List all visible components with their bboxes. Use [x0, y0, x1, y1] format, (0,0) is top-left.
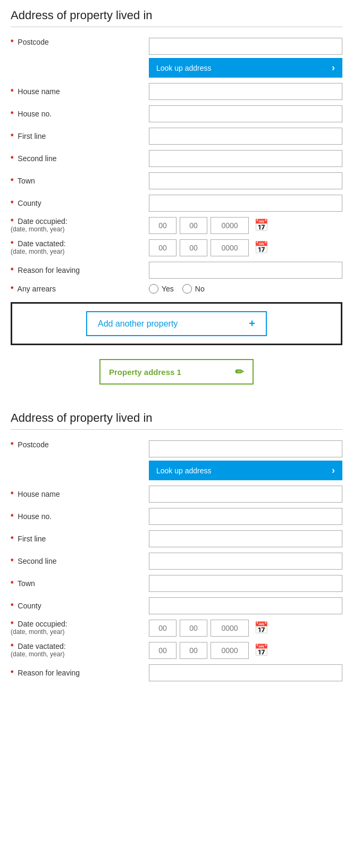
- date-vacated-label: * Date vactated:: [11, 239, 66, 248]
- reason-leaving-input-col: [149, 262, 342, 279]
- s2-county-label: * County: [11, 602, 41, 610]
- s2-county-label-col: * County: [11, 602, 149, 610]
- date-vacated-mm[interactable]: [180, 239, 207, 256]
- town-row: * Town: [11, 172, 342, 189]
- property-badge-label: Property address 1: [109, 368, 181, 377]
- s2-date-occupied-sublabel: (date, month, year): [11, 628, 144, 636]
- house-name-label: * House name: [11, 87, 60, 96]
- s2-house-no-row: * House no.: [11, 508, 342, 525]
- town-label: * Town: [11, 177, 35, 185]
- arrears-label-col: * Any arrears: [11, 285, 149, 293]
- first-line-label: * First line: [11, 132, 46, 140]
- s2-house-name-input[interactable]: [149, 486, 342, 503]
- s2-date-vacated-dd[interactable]: [149, 642, 176, 659]
- arrears-no-radio[interactable]: [182, 284, 192, 294]
- s2-second-line-input[interactable]: [149, 553, 342, 570]
- town-input[interactable]: [149, 172, 342, 189]
- s2-first-line-row: * First line: [11, 530, 342, 547]
- postcode-label-col: * Postcode: [11, 38, 149, 46]
- s2-date-occupied-mm[interactable]: [180, 620, 207, 637]
- date-vacated-yyyy[interactable]: [211, 239, 249, 256]
- s2-date-occupied-dd[interactable]: [149, 620, 176, 637]
- add-property-wrapper: Add another property +: [11, 302, 342, 345]
- house-name-row: * House name: [11, 83, 342, 100]
- date-occupied-row: * Date occupied: (date, month, year) 📅: [11, 217, 342, 234]
- s2-date-vacated-yyyy[interactable]: [211, 642, 249, 659]
- s2-date-occupied-calendar-icon[interactable]: 📅: [254, 621, 268, 635]
- s2-date-occupied-label: * Date occupied:: [11, 620, 68, 628]
- add-property-plus-icon: +: [249, 318, 255, 330]
- s2-house-no-input[interactable]: [149, 508, 342, 525]
- s2-town-label-col: * Town: [11, 579, 149, 588]
- s2-second-line-label-col: * Second line: [11, 557, 149, 565]
- house-no-input[interactable]: [149, 105, 342, 122]
- house-no-input-col: [149, 105, 342, 122]
- town-input-col: [149, 172, 342, 189]
- s2-date-vacated-input-col: 📅: [149, 642, 342, 659]
- lookup-address-button-2[interactable]: Look up address ›: [149, 461, 342, 480]
- s2-house-no-input-col: [149, 508, 342, 525]
- s2-postcode-row: * Postcode Look up address ›: [11, 440, 342, 480]
- s2-postcode-input-col: Look up address ›: [149, 440, 342, 480]
- arrears-row: * Any arrears Yes No: [11, 284, 342, 294]
- date-vacated-calendar-icon[interactable]: 📅: [254, 241, 268, 255]
- s2-first-line-input-col: [149, 530, 342, 547]
- postcode-input-col: Look up address ›: [149, 38, 342, 78]
- second-line-row: * Second line: [11, 150, 342, 167]
- s2-second-line-label: * Second line: [11, 557, 57, 565]
- county-input[interactable]: [149, 195, 342, 212]
- arrears-no-option[interactable]: No: [182, 284, 205, 294]
- s2-date-vacated-calendar-icon[interactable]: 📅: [254, 644, 268, 657]
- postcode-label: * Postcode: [11, 38, 49, 46]
- house-name-input-col: [149, 83, 342, 100]
- date-occupied-calendar-icon[interactable]: 📅: [254, 219, 268, 232]
- date-occupied-yyyy[interactable]: [211, 217, 249, 234]
- s2-second-line-input-col: [149, 553, 342, 570]
- s2-date-vacated-inputs: 📅: [149, 642, 342, 659]
- second-line-input[interactable]: [149, 150, 342, 167]
- first-line-input[interactable]: [149, 128, 342, 145]
- date-vacated-sublabel: (date, month, year): [11, 248, 144, 255]
- date-occupied-mm[interactable]: [180, 217, 207, 234]
- house-name-input[interactable]: [149, 83, 342, 100]
- second-line-label-col: * Second line: [11, 154, 149, 163]
- date-occupied-input-col: 📅: [149, 217, 342, 234]
- arrears-yes-radio[interactable]: [149, 284, 158, 294]
- reason-leaving-input[interactable]: [149, 262, 342, 279]
- arrears-label: * Any arrears: [11, 285, 56, 293]
- s2-town-input-col: [149, 575, 342, 592]
- section1-divider: [11, 27, 342, 27]
- property-address-badge[interactable]: Property address 1 ✏: [99, 359, 254, 385]
- s2-postcode-input[interactable]: [149, 440, 342, 457]
- arrears-radio-group: Yes No: [149, 284, 342, 294]
- first-line-input-col: [149, 128, 342, 145]
- section2-title: Address of property lived in: [11, 411, 342, 425]
- postcode-input[interactable]: [149, 38, 342, 55]
- lookup-address-button-1[interactable]: Look up address ›: [149, 58, 342, 78]
- section2-divider: [11, 429, 342, 430]
- s2-county-row: * County: [11, 597, 342, 614]
- reason-leaving-label: * Reason for leaving: [11, 266, 80, 274]
- s2-first-line-label: * First line: [11, 535, 46, 543]
- date-vacated-label-col: * Date vactated: (date, month, year): [11, 239, 149, 255]
- s2-town-input[interactable]: [149, 575, 342, 592]
- first-line-row: * First line: [11, 128, 342, 145]
- s2-reason-leaving-row: * Reason for leaving: [11, 664, 342, 681]
- s2-date-occupied-inputs: 📅: [149, 620, 342, 637]
- date-vacated-dd[interactable]: [149, 239, 176, 256]
- s2-first-line-input[interactable]: [149, 530, 342, 547]
- s2-reason-leaving-input[interactable]: [149, 664, 342, 681]
- county-label-col: * County: [11, 199, 149, 207]
- county-label: * County: [11, 199, 41, 207]
- date-occupied-inputs: 📅: [149, 217, 342, 234]
- s2-date-vacated-mm[interactable]: [180, 642, 207, 659]
- date-occupied-dd[interactable]: [149, 217, 176, 234]
- second-line-input-col: [149, 150, 342, 167]
- s2-lookup-arrow-icon: ›: [332, 465, 335, 476]
- s2-date-vacated-label: * Date vactated:: [11, 642, 66, 650]
- s2-county-input[interactable]: [149, 597, 342, 614]
- arrears-yes-option[interactable]: Yes: [149, 284, 174, 294]
- s2-date-occupied-yyyy[interactable]: [211, 620, 249, 637]
- county-row: * County: [11, 195, 342, 212]
- add-another-property-button[interactable]: Add another property +: [86, 311, 267, 336]
